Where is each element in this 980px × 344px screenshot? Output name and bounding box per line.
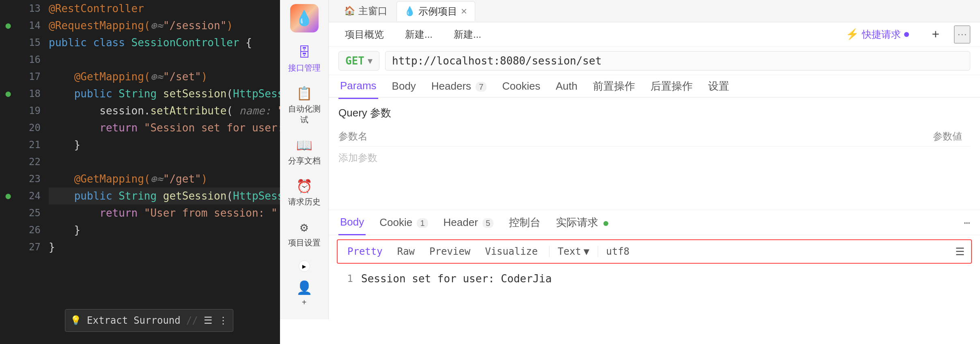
- automation-icon: 📋: [296, 86, 312, 101]
- format-tab-preview[interactable]: Preview: [426, 244, 474, 259]
- code-line-22: [49, 153, 280, 170]
- response-line-num: 1: [338, 273, 353, 284]
- new-button-1[interactable]: 新建...: [398, 26, 439, 43]
- response-tab-body[interactable]: Body: [338, 210, 366, 235]
- response-panel: Body Cookie 1 Header 5 控制台 实际请求 ⋯: [329, 210, 980, 290]
- main-tab-icon: 🏠: [344, 6, 355, 16]
- toolbar-plus-button[interactable]: +: [925, 24, 946, 44]
- gutter-17: [0, 68, 16, 85]
- actual-request-dot: [603, 221, 608, 226]
- line-numbers: 13 14 15 16 17 18 19 20 21 22 23 24 25 2…: [16, 0, 45, 344]
- url-bar: GET ▼: [329, 47, 980, 75]
- sidebar-item-automation-label: 自动化测试: [287, 103, 321, 125]
- response-line-text: Session set for user: CoderJia: [361, 273, 552, 285]
- response-tab-cookie[interactable]: Cookie 1: [378, 211, 429, 234]
- nav-tab-pre-ops[interactable]: 前置操作: [591, 73, 637, 99]
- toolbar-more-button[interactable]: ⋯: [954, 26, 970, 43]
- gutter-18: ●: [0, 85, 16, 102]
- quick-request-dot: [904, 32, 909, 37]
- sidebar-item-share[interactable]: 📖 分享文档: [284, 133, 325, 170]
- code-line-20: return "Session set for user: CoderJia";: [49, 119, 280, 136]
- response-tab-actual-request[interactable]: 实际请求: [554, 210, 610, 235]
- tooltip-more[interactable]: ⋮: [218, 312, 228, 329]
- tooltip-surround[interactable]: Surround: [134, 312, 181, 329]
- method-label: GET: [345, 55, 364, 67]
- project-overview-button[interactable]: 项目概览: [338, 26, 390, 43]
- sidebar-item-history[interactable]: ⏰ 请求历史: [284, 174, 325, 211]
- gutter-25: [0, 204, 16, 221]
- code-line-14: @RequestMapping(⊕≈"/session"): [49, 17, 280, 34]
- headers-badge: 7: [476, 82, 487, 92]
- format-tab-pretty[interactable]: Pretty: [344, 244, 386, 259]
- format-tab-raw[interactable]: Raw: [394, 244, 418, 259]
- quick-request-button[interactable]: ⚡ 快捷请求: [839, 26, 915, 43]
- nav-tab-body[interactable]: Body: [390, 74, 418, 98]
- url-input[interactable]: [385, 51, 970, 71]
- format-list-icon[interactable]: ☰: [955, 245, 965, 258]
- method-selector[interactable]: GET ▼: [338, 51, 379, 71]
- code-line-27: }: [49, 239, 280, 256]
- nav-tab-auth-label: Auth: [556, 80, 577, 92]
- logo-icon: 💧: [295, 10, 313, 27]
- response-tab-body-label: Body: [340, 216, 364, 228]
- response-tab-console[interactable]: 控制台: [507, 210, 542, 235]
- method-chevron-icon: ▼: [368, 56, 373, 66]
- cookie-badge: 1: [417, 218, 428, 228]
- tab-example-close[interactable]: ✕: [461, 6, 467, 16]
- tab-example-label: 示例项目: [418, 5, 457, 18]
- format-separator-2: [598, 246, 598, 257]
- format-text-label: Text: [558, 246, 581, 257]
- sidebar-item-automation[interactable]: 📋 自动化测试: [284, 82, 325, 129]
- share-icon: 📖: [296, 138, 312, 153]
- nav-tab-headers-label: Headers: [431, 80, 471, 92]
- code-line-13: @RestController: [49, 0, 280, 17]
- code-line-17: @GetMapping(⊕≈"/set"): [49, 68, 280, 85]
- sidebar-item-interface-label: 接口管理: [288, 62, 321, 73]
- response-more-button[interactable]: ⋯: [964, 217, 970, 229]
- interface-icon: 🗄: [298, 45, 311, 60]
- response-tab-header-label: Header: [444, 216, 478, 228]
- tooltip-list[interactable]: ☰: [204, 312, 213, 329]
- code-line-15: public class SessionController {: [49, 34, 280, 51]
- tab-example[interactable]: 💧 示例项目 ✕: [396, 1, 475, 21]
- response-tab-actual-label: 实际请求: [556, 216, 598, 228]
- nav-tab-cookies[interactable]: Cookies: [500, 74, 542, 98]
- code-line-23: @GetMapping(⊕≈"/get"): [49, 170, 280, 187]
- nav-tab-cookies-label: Cookies: [502, 80, 540, 92]
- gutter-19: [0, 102, 16, 119]
- nav-tab-pre-ops-label: 前置操作: [593, 80, 635, 92]
- sidebar-item-interface[interactable]: 🗄 接口管理: [284, 41, 325, 77]
- toolbar: 项目概览 新建... 新建... ⚡ 快捷请求 + ⋯: [329, 22, 980, 47]
- nav-tab-headers[interactable]: Headers 7: [430, 74, 489, 98]
- format-tab-visualize[interactable]: Visualize: [482, 244, 541, 259]
- new-button-2[interactable]: 新建...: [447, 26, 488, 43]
- gutter-26: [0, 221, 16, 239]
- format-text-dropdown[interactable]: Text ▼: [558, 246, 589, 257]
- sidebar-collapse-arrow[interactable]: ▶: [299, 260, 310, 272]
- nav-tab-params[interactable]: Params: [338, 74, 378, 99]
- sidebar-item-user-label: +: [302, 298, 307, 307]
- nav-tab-auth[interactable]: Auth: [554, 74, 579, 98]
- gutter-21: [0, 136, 16, 153]
- gutter-14: ●: [0, 17, 16, 34]
- code-editor: ● ● ● 13 14 15 16 17 18 19 20 21 22: [0, 0, 280, 344]
- app-logo[interactable]: 💧: [290, 4, 319, 32]
- response-tabs: Body Cookie 1 Header 5 控制台 实际请求 ⋯: [329, 210, 980, 235]
- sidebar-item-user[interactable]: 👤 +: [284, 276, 325, 311]
- response-tab-header[interactable]: Header 5: [442, 211, 495, 234]
- params-title: Query 参数: [338, 106, 970, 120]
- tab-main[interactable]: 🏠 主窗口: [337, 1, 395, 21]
- sidebar-wrapper: 💧 🗄 接口管理 📋 自动化测试 📖 分享文档 ⏰ 请求历史: [280, 0, 329, 344]
- code-content[interactable]: @RestController @RequestMapping(⊕≈"/sess…: [45, 0, 280, 344]
- nav-tab-settings[interactable]: 设置: [706, 73, 731, 99]
- right-panel: 💧 🗄 接口管理 📋 自动化测试 📖 分享文档 ⏰ 请求历史: [280, 0, 980, 344]
- encoding-selector[interactable]: utf8: [606, 246, 630, 257]
- gutter-24: ●: [0, 187, 16, 204]
- response-line-1: 1 Session set for user: CoderJia: [338, 271, 970, 286]
- params-add-row[interactable]: 添加参数: [338, 146, 970, 169]
- nav-tab-post-ops[interactable]: 后置操作: [649, 73, 694, 99]
- sidebar-item-settings[interactable]: ⚙️ 项目设置: [284, 215, 325, 252]
- gutter-22: [0, 153, 16, 170]
- tooltip-extract[interactable]: Extract: [87, 312, 128, 329]
- example-tab-icon: 💧: [404, 6, 415, 17]
